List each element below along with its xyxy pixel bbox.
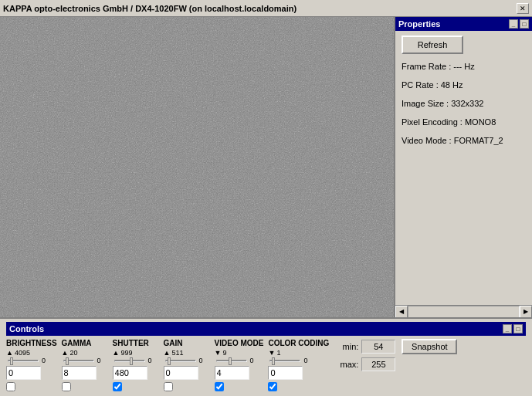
pc-rate-label: PC Rate : 48 Hz [402,80,463,90]
shutter-input[interactable] [113,366,147,380]
color-coding-group: COLOR CODING ▼ 1 0 [268,339,329,391]
shutter-checkbox[interactable] [113,382,122,391]
shutter-max-val: 999 [120,349,132,357]
close-button[interactable]: ✕ [517,3,529,14]
color-coding-min-val: 0 [303,357,307,364]
image-size-label: Image Size : 332x332 [402,99,483,108]
min-label: min: [337,342,358,351]
color-coding-max-val: 1 [276,349,280,357]
color-coding-input[interactable] [268,366,303,380]
refresh-button[interactable]: Refresh [402,36,463,54]
video-area [0,17,394,317]
max-input[interactable] [361,357,395,371]
properties-title-bar: Properties _ □ [395,17,532,31]
brightness-input[interactable] [6,366,41,380]
gamma-checkbox[interactable] [62,382,71,391]
gain-checkbox[interactable] [164,382,173,391]
brightness-label: BRIGHTNESS [6,339,57,347]
color-coding-down-arrow[interactable]: ▼ [268,349,275,357]
shutter-label: SHUTTER [113,339,149,347]
pixel-encoding-row: Pixel Encoding : MONO8 [402,117,526,127]
gain-slider[interactable] [165,360,196,362]
image-size-row: Image Size : 332x332 [402,99,526,108]
brightness-up-arrow[interactable]: ▲ [6,349,13,357]
properties-panel: Properties _ □ Refresh Frame Rate : --- … [394,17,532,317]
brightness-slider[interactable] [8,360,39,362]
gain-group: GAIN ▲ 511 0 [164,339,210,391]
video-mode-row: Video Mode : FORMAT7_2 [402,136,526,145]
gamma-up-arrow[interactable]: ▲ [62,349,69,357]
controls-panel: Controls _ □ BRIGHTNESS ▲ 4095 0 GAMM [0,317,532,396]
panel-scrollbar: ◀ ▶ [395,305,532,317]
frame-rate-row: Frame Rate : --- Hz [402,62,526,71]
video-mode-min-val: 0 [250,357,254,364]
gain-label: GAIN [164,339,183,347]
snapshot-button[interactable]: Snapshot [402,339,457,354]
gamma-group: GAMMA ▲ 20 0 [62,339,108,391]
gain-min-val: 0 [199,357,203,364]
video-mode-label: VIDEO MODE [215,339,264,347]
color-coding-slider[interactable] [269,360,300,362]
controls-title-bar: Controls _ □ [6,322,526,336]
gain-max-val: 511 [171,349,183,357]
brightness-range-row: ▲ 4095 [6,349,57,357]
color-coding-checkbox[interactable] [268,382,277,391]
gain-input[interactable] [164,366,198,380]
panel-content: Refresh Frame Rate : --- Hz PC Rate : 48… [395,31,532,305]
shutter-up-arrow[interactable]: ▲ [113,349,120,357]
shutter-group: SHUTTER ▲ 999 0 [113,339,159,391]
panel-minimize-button[interactable]: _ [509,19,518,29]
video-mode-group: VIDEO MODE ▼ 9 0 [215,339,264,391]
title-bar: KAPPA opto-electronics GmbH / DX4-1020FW… [0,0,532,17]
gamma-min-val: 0 [97,357,101,364]
gain-up-arrow[interactable]: ▲ [164,349,171,357]
gamma-label: GAMMA [62,339,92,347]
max-row: max: [337,357,395,371]
color-coding-label: COLOR CODING [268,339,329,347]
min-max-snapshot-group: min: Snapshot max: [337,339,457,371]
video-mode-checkbox[interactable] [215,382,224,391]
gamma-input[interactable] [62,366,97,380]
controls-title-icons: _ □ [503,324,523,333]
scroll-right-button[interactable]: ▶ [520,306,532,318]
video-mode-down-arrow[interactable]: ▼ [215,349,222,357]
shutter-min-val: 0 [148,357,152,364]
video-canvas [0,17,394,317]
svg-rect-1 [0,17,394,317]
min-input[interactable] [361,340,395,354]
min-row: min: Snapshot [337,339,457,354]
frame-rate-label: Frame Rate : --- Hz [402,62,475,71]
panel-maximize-button[interactable]: □ [520,19,529,29]
brightness-checkbox[interactable] [6,382,15,391]
controls-maximize-button[interactable]: □ [513,324,523,333]
panel-title-icons: _ □ [509,19,529,29]
gamma-max-val: 20 [69,349,77,357]
brightness-max-val: 4095 [15,349,30,357]
max-label: max: [337,360,358,369]
window-title: KAPPA opto-electronics GmbH / DX4-1020FW… [3,4,296,13]
controls-title: Controls [9,324,44,333]
shutter-slider[interactable] [114,360,145,362]
video-mode-max-val: 9 [222,349,226,357]
video-mode-slider[interactable] [216,360,247,362]
scroll-track[interactable] [408,306,520,318]
main-content: Properties _ □ Refresh Frame Rate : --- … [0,17,532,317]
brightness-group: BRIGHTNESS ▲ 4095 0 [6,339,57,391]
controls-minimize-button[interactable]: _ [503,324,512,333]
brightness-min-val: 0 [42,357,46,364]
properties-title: Properties [398,19,440,29]
gamma-slider[interactable] [63,360,94,362]
video-mode-input[interactable] [215,366,249,380]
video-mode-label: Video Mode : FORMAT7_2 [402,136,503,145]
pc-rate-row: PC Rate : 48 Hz [402,80,526,90]
scroll-left-button[interactable]: ◀ [395,306,408,318]
pixel-encoding-label: Pixel Encoding : MONO8 [402,117,496,127]
